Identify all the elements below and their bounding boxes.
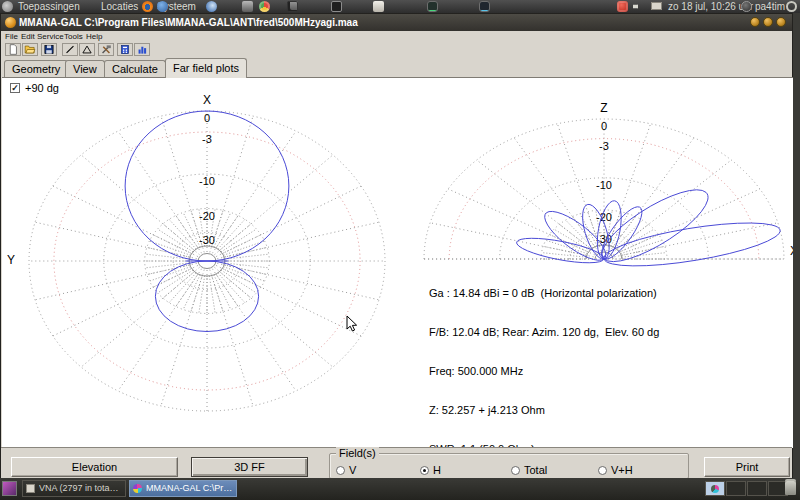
menu-file[interactable]: File [5, 31, 18, 42]
tab-calculate[interactable]: Calculate [104, 60, 166, 77]
workspace-window-thumb [711, 485, 719, 493]
3d-ff-button[interactable]: 3D FF [191, 457, 308, 477]
svg-text:0: 0 [204, 112, 210, 124]
trash-icon[interactable] [785, 481, 796, 495]
gnome-foot-icon[interactable] [2, 1, 13, 12]
stat-z: Z: 52.257 + j4.213 Ohm [429, 404, 659, 417]
workspace-1[interactable] [705, 481, 725, 496]
camera-icon[interactable] [287, 1, 298, 12]
window-list-grip-icon[interactable] [2, 481, 17, 496]
svg-text:Z: Z [600, 101, 607, 115]
svg-text:-3: -3 [599, 140, 609, 152]
fields-group-label: Field(s) [336, 447, 379, 459]
calculate-button[interactable] [117, 43, 133, 56]
new-file-icon [6, 44, 20, 55]
open-folder-icon [23, 44, 37, 55]
task-mmana[interactable]: MMANA-GAL C:\Progra... [129, 480, 237, 497]
tab-view[interactable]: View [65, 60, 105, 77]
new-file-button[interactable] [5, 43, 21, 56]
mmana-window: MMANA-GAL C:\Program Files\MMANA-GAL\ANT… [0, 13, 793, 478]
stat-fb: F/B: 12.04 dB; Rear: Azim. 120 dg, Elev.… [429, 326, 659, 339]
result-stats: Ga : 14.84 dBi = 0 dB (Horizontal polari… [429, 261, 659, 448]
workspace-2[interactable] [726, 481, 746, 496]
radio-v[interactable] [336, 466, 345, 475]
taskbar: VNA (2797 in totaal) - ... MMANA-GAL C:\… [0, 478, 800, 500]
window-titlebar[interactable]: MMANA-GAL C:\Program Files\MMANA-GAL\ANT… [1, 14, 792, 31]
triangle-icon [80, 44, 94, 55]
radio-v-plus-h-label[interactable]: V+H [611, 464, 633, 476]
svg-text:-10: -10 [596, 179, 612, 191]
desktop: Toepassingen Locaties Systeem zo 18 jul,… [0, 0, 800, 500]
media-device-icon[interactable] [242, 1, 253, 12]
firefox-icon[interactable] [142, 1, 153, 12]
plot-button[interactable] [134, 43, 150, 56]
tab-strip: Geometry View Calculate Far field plots [1, 57, 792, 77]
radio-v-plus-h[interactable] [598, 466, 607, 475]
thunderbird-icon[interactable] [206, 1, 217, 12]
menu-help[interactable]: Help [86, 31, 102, 42]
print-button[interactable]: Print [704, 457, 790, 477]
wire-line-icon [63, 44, 77, 55]
svg-text:Y: Y [7, 253, 15, 267]
save-icon [42, 44, 56, 55]
maximize-button[interactable] [763, 17, 773, 27]
svg-text:-30: -30 [199, 234, 215, 246]
save-button[interactable] [41, 43, 57, 56]
menu-edit[interactable]: Edit [21, 31, 35, 42]
panel-menu-applications[interactable]: Toepassingen [18, 0, 80, 13]
workspace-3[interactable] [747, 481, 767, 496]
envelope-status-icon[interactable] [651, 2, 662, 10]
panel-menu-places[interactable]: Locaties [101, 0, 138, 13]
task-vna[interactable]: VNA (2797 in totaal) - ... [22, 480, 126, 497]
gnome-top-panel: Toepassingen Locaties Systeem zo 18 jul,… [0, 0, 800, 13]
shutdown-red-icon[interactable] [617, 1, 628, 12]
far-field-client-area: ✓ +90 dg 0-3-10-20-30XY0-3-10-20-30ZX Ga… [2, 77, 793, 448]
stat-gain: Ga : 14.84 dBi = 0 dB (Horizontal polari… [429, 287, 659, 300]
mmana-task-icon [133, 484, 142, 493]
user-avatar-icon[interactable] [741, 1, 752, 12]
toolbar [1, 42, 792, 57]
mouse-cursor [346, 315, 360, 333]
wire-edit-button[interactable] [62, 43, 78, 56]
calculator-icon [118, 44, 132, 55]
terminal-icon[interactable] [331, 1, 342, 12]
chart-icon [135, 44, 149, 55]
tools-hammer-icon [99, 44, 113, 55]
panel-power-icon[interactable] [786, 1, 797, 12]
tab-far-field-plots[interactable]: Far field plots [165, 58, 247, 78]
svg-text:X: X [790, 244, 793, 258]
open-file-button[interactable] [22, 43, 38, 56]
scope-app-icon[interactable] [427, 1, 438, 12]
elevation-button[interactable]: Elevation [11, 457, 178, 477]
menu-tools[interactable]: Tools [64, 31, 83, 42]
fields-groupbox: Field(s) V H Total V+H [329, 453, 689, 479]
window-title: MMANA-GAL C:\Program Files\MMANA-GAL\ANT… [19, 14, 358, 31]
svg-text:X: X [203, 93, 211, 107]
svg-text:0: 0 [601, 120, 607, 132]
app-icon [5, 17, 16, 28]
radio-total[interactable] [511, 466, 520, 475]
vna-envelope-icon [26, 484, 35, 493]
volume-icon[interactable] [633, 1, 644, 12]
radio-total-label[interactable]: Total [524, 464, 547, 476]
close-button[interactable] [776, 17, 786, 27]
panel-username[interactable]: pa4tim [755, 0, 785, 13]
radio-v-label[interactable]: V [349, 464, 356, 476]
element-edit-button[interactable] [79, 43, 95, 56]
tab-geometry[interactable]: Geometry [4, 60, 68, 77]
far-field-polar-plots: 0-3-10-20-30XY0-3-10-20-30ZX [2, 78, 793, 448]
minimize-button[interactable] [750, 17, 760, 27]
stat-freq: Freq: 500.000 MHz [429, 365, 659, 378]
radio-h-label[interactable]: H [433, 464, 441, 476]
svg-text:-20: -20 [199, 210, 215, 222]
radio-h[interactable] [420, 466, 429, 475]
optimize-button[interactable] [98, 43, 114, 56]
help-icon[interactable] [157, 1, 168, 12]
svg-text:-3: -3 [202, 133, 212, 145]
mail-app-icon[interactable] [373, 1, 384, 12]
bottom-control-bar: Elevation 3D FF Field(s) V H Total V+H P… [1, 447, 792, 479]
scope-app2-icon[interactable] [479, 1, 490, 12]
menu-service[interactable]: Service [37, 31, 64, 42]
chrome-icon[interactable] [259, 1, 270, 12]
svg-text:-10: -10 [199, 175, 215, 187]
